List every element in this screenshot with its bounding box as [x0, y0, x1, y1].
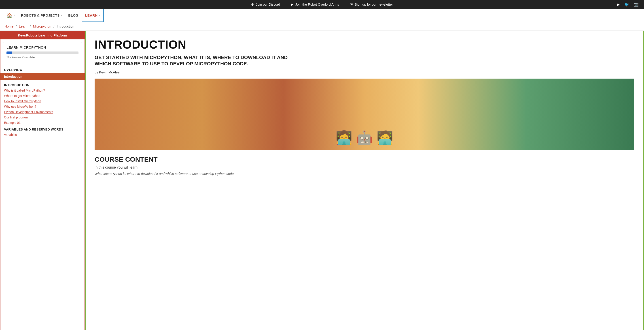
breadcrumb-home[interactable]: Home	[4, 24, 14, 28]
home-arrow: ▾	[14, 14, 15, 17]
robots-arrow: ▾	[60, 14, 62, 17]
breadcrumb-current: Introduction	[57, 24, 74, 28]
main-layout: KevsRobots Learning Platform LEARN MICRO…	[0, 31, 644, 330]
breadcrumb-learn[interactable]: Learn	[19, 24, 28, 28]
top-bar: ⊕ Join our Discord ▶ Join the Robot Over…	[0, 0, 644, 9]
sidebar: KevsRobots Learning Platform LEARN MICRO…	[0, 31, 85, 330]
nav-learn[interactable]: LEARN ▾	[82, 9, 104, 22]
content-title: INTRODUCTION	[94, 39, 634, 51]
sidebar-link-where-to-get[interactable]: Where to get MicroPython	[0, 93, 84, 98]
sidebar-link-dev-env[interactable]: Python Development Environments	[0, 109, 84, 115]
sidebar-link-why-micropython[interactable]: Why is it called MicroPython?	[0, 88, 84, 93]
social-icons: ▶ 🐦 📷	[617, 2, 639, 7]
progress-bar-container	[6, 52, 78, 54]
course-content-header: COURSE CONTENT	[94, 155, 634, 163]
course-content-intro: In this course you will learn:	[94, 166, 634, 170]
overview-header: OVERVIEW	[0, 65, 84, 73]
newsletter-icon: ✉	[350, 3, 353, 7]
learn-arrow: ▾	[98, 14, 100, 17]
sidebar-link-variables[interactable]: Variables	[0, 132, 84, 137]
twitter-icon[interactable]: 🐦	[624, 2, 629, 7]
youtube-social-icon[interactable]: ▶	[617, 2, 620, 7]
home-icon: 🏠	[7, 13, 12, 18]
intro-section-header: INTRODUCTION	[0, 81, 84, 88]
content-author: by Kevin McAleer	[94, 70, 634, 74]
platform-header: KevsRobots Learning Platform	[0, 31, 84, 39]
nav-home[interactable]: 🏠 ▾	[4, 9, 18, 22]
discord-icon: ⊕	[251, 2, 254, 7]
breadcrumb-section[interactable]: Micropython	[33, 24, 51, 28]
breadcrumb: Home / Learn / Micropython / Introductio…	[0, 22, 644, 31]
youtube-label: Join the Robot Overlord Army	[295, 3, 339, 6]
sidebar-link-example01[interactable]: Example 01	[0, 120, 84, 125]
nav-robots-label: ROBOTS & PROJECTS	[21, 14, 60, 17]
course-title: LEARN MICROPYTHON	[6, 46, 78, 49]
newsletter-label: Sign up for our newsletter	[355, 3, 393, 6]
content-area: INTRODUCTION GET STARTED WITH MICROPYTHO…	[85, 31, 644, 330]
youtube-icon: ▶	[291, 2, 294, 7]
instagram-icon[interactable]: 📷	[634, 2, 639, 7]
hero-image	[94, 79, 634, 150]
newsletter-link[interactable]: ✉ Sign up for our newsletter	[350, 3, 393, 7]
variables-section-header: VARIABLES AND RESERVED WORDS	[0, 125, 84, 132]
discord-link[interactable]: ⊕ Join our Discord	[251, 2, 280, 7]
nav-blog[interactable]: BLOG	[65, 9, 82, 22]
progress-text: 7% Percent Complete	[6, 56, 78, 59]
course-progress-box: LEARN MICROPYTHON 7% Percent Complete	[3, 42, 82, 62]
progress-bar-fill	[6, 52, 12, 54]
nav-blog-label: BLOG	[68, 14, 78, 17]
image-scene	[94, 79, 634, 150]
content-subtitle: GET STARTED WITH MICROPYTHON, WHAT IT IS…	[94, 54, 296, 67]
sidebar-link-why-use[interactable]: Why use MicroPython?	[0, 104, 84, 109]
sidebar-link-how-to-install[interactable]: How to Install MicroPython	[0, 98, 84, 104]
nav-robots[interactable]: ROBOTS & PROJECTS ▾	[18, 9, 65, 22]
nav-learn-label: LEARN	[85, 14, 98, 17]
nav-bar: 🏠 ▾ ROBOTS & PROJECTS ▾ BLOG LEARN ▾	[0, 9, 644, 22]
youtube-link[interactable]: ▶ Join the Robot Overlord Army	[291, 2, 339, 7]
active-sidebar-item[interactable]: Introduction	[0, 73, 84, 80]
sidebar-link-first-program[interactable]: Our first program	[0, 115, 84, 120]
course-content-item: What MicroPython is, where to download i…	[94, 171, 634, 176]
content-inner: INTRODUCTION GET STARTED WITH MICROPYTHO…	[86, 31, 643, 183]
discord-label: Join our Discord	[256, 3, 280, 6]
